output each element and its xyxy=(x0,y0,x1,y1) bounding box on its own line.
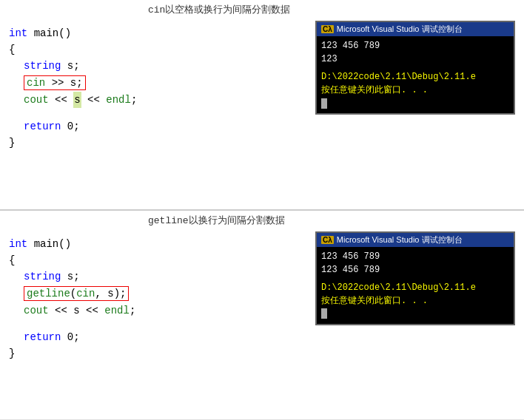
console-titlebar-cin: Cλ Microsoft Visual Studio 调试控制台 xyxy=(317,22,514,36)
kw-int: int xyxy=(9,25,27,41)
brace-close-2: } xyxy=(9,345,15,362)
section-cin: cin以空格或换行为间隔分割数据 int main() { string s; … xyxy=(0,0,524,211)
kw-int-b: int xyxy=(9,236,27,252)
cout-op2: << xyxy=(87,92,100,108)
annotation-cin-code: cin xyxy=(148,4,165,16)
console-line-2-getline: 123 456 789 xyxy=(321,263,509,277)
code-line-return-2: return 0; xyxy=(9,329,524,345)
kw-cout-1: cout xyxy=(24,92,49,108)
cin-op: >> xyxy=(52,75,64,91)
annotation-cin-text: 以空格或换行为间隔分割数据 xyxy=(165,4,290,15)
console-body-getline: 123 456 789 123 456 789 D:\2022code\2.11… xyxy=(317,247,514,324)
code-line-brace-close-1: } xyxy=(9,135,524,151)
brace-open: { xyxy=(9,41,15,58)
console-window-cin: Cλ Microsoft Visual Studio 调试控制台 123 456… xyxy=(315,21,515,115)
return-val-2: 0; xyxy=(67,329,80,345)
highlight-cin: cin >> s; xyxy=(24,75,86,90)
console-line-1-getline: 123 456 789 xyxy=(321,250,509,263)
annotation-getline: getline以换行为间隔分割数据 xyxy=(148,214,285,227)
console-titlebar-getline: Cλ Microsoft Visual Studio 调试控制台 xyxy=(317,233,514,247)
kw-cin-b: cin xyxy=(76,285,95,302)
console-cursor-cin xyxy=(321,97,509,110)
console-path-getline: D:\2022code\2.11\Debug\2.11.e xyxy=(321,281,509,294)
kw-string: string xyxy=(24,58,61,74)
console-path-cin: D:\2022code\2.11\Debug\2.11.e xyxy=(321,70,509,84)
return-val-1: 0; xyxy=(67,118,80,135)
highlight-getline: getline(cin, s); xyxy=(24,286,129,301)
brace-close-1: } xyxy=(9,135,15,151)
getline-paren-open: ( xyxy=(70,285,76,302)
cout-s1: s xyxy=(73,92,81,108)
cs-icon-getline: Cλ xyxy=(321,236,334,244)
console-body-cin: 123 456 789 123 D:\2022code\2.11\Debug\2… xyxy=(317,36,514,113)
console-line-2-cin: 123 xyxy=(321,52,509,66)
console-title-getline: Microsoft Visual Studio 调试控制台 xyxy=(337,234,463,245)
kw-string-b: string xyxy=(24,268,61,285)
code-main-b: main() xyxy=(34,236,71,252)
section-getline: getline以换行为间隔分割数据 int main() { string s;… xyxy=(0,211,524,421)
kw-return-1: return xyxy=(24,118,61,135)
cout-op1: << xyxy=(55,92,67,108)
console-line-1-cin: 123 456 789 xyxy=(321,39,509,52)
cin-var: s; xyxy=(70,75,83,91)
cout-op4: << xyxy=(86,302,98,319)
console-close-getline: 按任意键关闭此窗口. . . xyxy=(321,294,509,308)
cs-icon-cin: Cλ xyxy=(321,25,334,33)
getline-s: s); xyxy=(107,285,126,302)
console-window-getline: Cλ Microsoft Visual Studio 调试控制台 123 456… xyxy=(315,231,515,325)
kw-cin: cin xyxy=(27,75,45,91)
page: cin以空格或换行为间隔分割数据 int main() { string s; … xyxy=(0,0,524,420)
kw-return-2: return xyxy=(24,329,61,345)
code-main: main() xyxy=(34,25,71,41)
code-line-return-1: return 0; xyxy=(9,118,524,135)
kw-endl-1: endl xyxy=(106,92,131,108)
annotation-getline-code: getline xyxy=(148,215,189,226)
kw-getline: getline xyxy=(27,285,70,302)
annotation-getline-text: 以换行为间隔分割数据 xyxy=(189,214,285,226)
cout-op3: << xyxy=(55,302,67,319)
annotation-cin: cin以空格或换行为间隔分割数据 xyxy=(148,3,290,16)
cout-s2: s xyxy=(73,302,79,319)
console-close-cin: 按任意键关闭此窗口. . . xyxy=(321,84,509,97)
kw-cout-2: cout xyxy=(24,302,49,319)
console-title-cin: Microsoft Visual Studio 调试控制台 xyxy=(337,24,463,35)
cout-semi1: ; xyxy=(131,92,137,108)
brace-open-b: { xyxy=(9,252,15,268)
console-cursor-getline xyxy=(321,308,509,321)
kw-endl-2: endl xyxy=(104,302,130,319)
var-s: s; xyxy=(67,58,80,74)
var-s-b: s; xyxy=(67,268,80,285)
getline-comma: , xyxy=(95,285,101,302)
code-line-brace-close-2: } xyxy=(9,345,524,362)
cout-semi2: ; xyxy=(130,302,135,319)
